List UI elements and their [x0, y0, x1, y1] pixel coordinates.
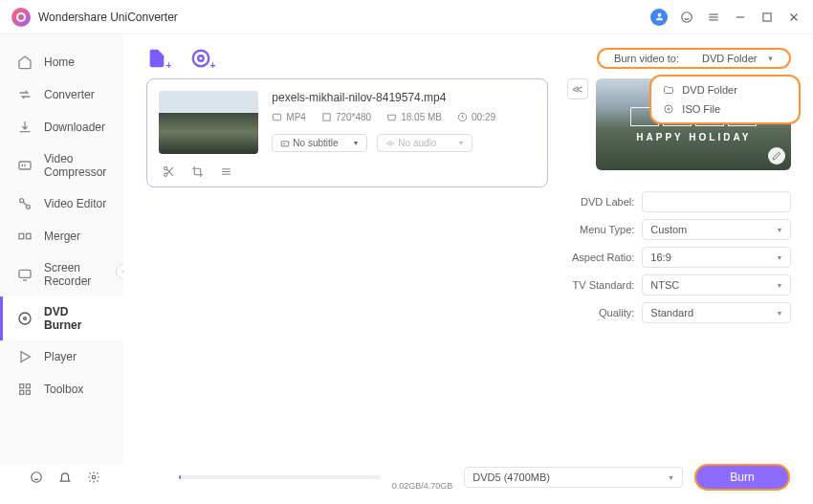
right-panel: ≪ HAPPY HOLIDAY DVD Label: Menu Type:Cus… [567, 78, 791, 458]
dvd-label-label: DVD Label: [567, 196, 634, 208]
settings-icon[interactable] [86, 470, 101, 485]
sidebar-label: Video Compressor [44, 152, 106, 179]
svg-point-16 [24, 318, 27, 320]
audio-select[interactable]: No audio▼ [377, 134, 472, 152]
svg-rect-18 [20, 384, 24, 388]
svg-point-1 [682, 11, 692, 22]
toolbar: + + Burn video to: DVD Folder ▼ DVD Fold… [123, 34, 813, 73]
chevron-down-icon: ▼ [766, 55, 774, 63]
app-logo [11, 8, 31, 27]
svg-point-27 [164, 173, 166, 176]
support-icon[interactable] [679, 10, 694, 25]
sidebar-item-downloader[interactable]: Downloader [0, 111, 123, 143]
trim-button[interactable] [159, 162, 178, 181]
menu-type-select[interactable]: Custom▼ [642, 219, 791, 240]
svg-rect-21 [26, 390, 30, 394]
svg-point-25 [668, 108, 670, 110]
menu-icon[interactable] [706, 10, 721, 25]
sidebar-label: Video Editor [44, 197, 106, 210]
svg-rect-20 [20, 390, 24, 394]
effects-button[interactable] [216, 162, 235, 181]
sidebar: Home Converter Downloader Video Compress… [0, 34, 123, 464]
svg-point-23 [199, 55, 205, 61]
bottom-bar: 0.02GB/4.70GB DVD5 (4700MB)▼ Burn [0, 464, 813, 504]
add-disc-button[interactable]: + [190, 48, 211, 69]
svg-rect-6 [763, 12, 771, 20]
maximize-button[interactable] [759, 10, 775, 25]
burn-to-dropdown: DVD Folder ISO File [649, 75, 801, 124]
sidebar-item-converter[interactable]: Converter [0, 78, 123, 111]
disk-type-select[interactable]: DVD5 (4700MB)▼ [464, 467, 683, 488]
svg-point-15 [19, 313, 31, 324]
app-title: Wondershare UniConverter [38, 11, 178, 24]
file-thumbnail [159, 91, 258, 154]
tv-standard-label: TV Standard: [567, 279, 634, 291]
burn-to-option-dvd-folder[interactable]: DVD Folder [651, 80, 799, 99]
file-format: MP4 [286, 112, 306, 122]
sidebar-label: Screen Recorder [44, 261, 106, 288]
burn-button[interactable]: Burn [694, 464, 790, 491]
sidebar-label: Merger [44, 230, 80, 243]
sidebar-label: DVD Burner [44, 305, 106, 332]
burn-to-value: DVD Folder [702, 53, 757, 64]
sidebar-label: Home [44, 55, 75, 69]
sidebar-item-toolbox[interactable]: Toolbox [0, 373, 123, 405]
svg-rect-33 [274, 114, 281, 120]
burn-to-label: Burn video to: [614, 53, 679, 64]
menu-type-label: Menu Type: [567, 224, 634, 235]
sidebar-label: Converter [44, 88, 95, 101]
subtitle-select[interactable]: No subtitle▼ [272, 134, 367, 152]
sidebar-item-editor[interactable]: Video Editor [0, 187, 123, 220]
preview-title: HAPPY HOLIDAY [636, 132, 751, 142]
crop-button[interactable] [187, 162, 207, 181]
feedback-icon[interactable] [29, 470, 44, 485]
svg-point-0 [657, 13, 661, 17]
sidebar-item-merger[interactable]: Merger [0, 220, 123, 252]
edit-menu-button[interactable] [768, 147, 785, 164]
file-card[interactable]: pexels-mikhail-nilov-8419574.mp4 MP4 720… [146, 78, 548, 187]
add-file-button[interactable]: + [146, 48, 167, 69]
svg-point-26 [164, 166, 166, 169]
burn-to-selector[interactable]: Burn video to: DVD Folder ▼ [597, 48, 791, 69]
progress-text: 0.02GB/4.70GB [392, 481, 453, 491]
file-size: 18.05 MB [401, 112, 442, 122]
quality-select[interactable]: Standard▼ [642, 302, 791, 323]
svg-point-39 [92, 475, 96, 479]
svg-marker-17 [21, 352, 30, 362]
file-resolution: 720*480 [336, 112, 371, 122]
tv-standard-select[interactable]: NTSC▼ [642, 274, 791, 296]
burn-to-option-iso-file[interactable]: ISO File [651, 99, 799, 119]
sidebar-item-player[interactable]: Player [0, 340, 123, 373]
sidebar-item-compressor[interactable]: Video Compressor [0, 143, 123, 187]
svg-rect-13 [26, 233, 31, 238]
aspect-ratio-select[interactable]: 16:9▼ [642, 247, 791, 268]
titlebar: Wondershare UniConverter [0, 0, 813, 34]
account-icon[interactable] [650, 9, 668, 26]
main-panel: + + Burn video to: DVD Folder ▼ DVD Fold… [123, 34, 813, 464]
quality-label: Quality: [567, 307, 634, 318]
sidebar-item-screen-recorder[interactable]: Screen Recorder [0, 252, 123, 296]
minimize-button[interactable] [733, 10, 748, 25]
svg-point-24 [665, 105, 672, 113]
svg-rect-19 [26, 384, 30, 388]
file-duration: 00:29 [472, 112, 495, 122]
svg-rect-34 [323, 114, 330, 121]
sidebar-item-home[interactable]: Home [0, 46, 123, 78]
sidebar-label: Toolbox [44, 383, 83, 396]
template-back-button[interactable]: ≪ [567, 78, 588, 99]
sidebar-item-dvd-burner[interactable]: DVD Burner [0, 296, 123, 340]
svg-rect-14 [19, 270, 31, 277]
file-name: pexels-mikhail-nilov-8419574.mp4 [272, 91, 536, 104]
aspect-ratio-label: Aspect Ratio: [567, 252, 634, 263]
sidebar-label: Downloader [44, 121, 105, 134]
svg-point-22 [193, 51, 209, 67]
svg-rect-12 [19, 233, 24, 238]
svg-point-38 [32, 472, 42, 483]
close-button[interactable] [786, 10, 802, 25]
sidebar-label: Player [44, 350, 77, 363]
notification-icon[interactable] [57, 470, 73, 485]
dvd-label-input[interactable] [642, 191, 791, 212]
burn-progress-bar [179, 475, 381, 479]
